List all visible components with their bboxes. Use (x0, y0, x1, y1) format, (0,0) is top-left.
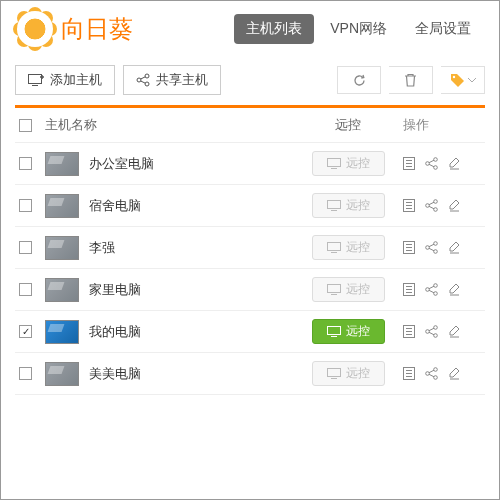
svg-line-20 (429, 164, 434, 167)
svg-line-43 (429, 244, 434, 247)
share-icon[interactable] (425, 367, 438, 380)
svg-point-41 (434, 242, 438, 246)
share-host-button[interactable]: 共享主机 (123, 65, 221, 95)
host-thumbnail (45, 194, 79, 218)
row-checkbox[interactable] (19, 367, 32, 380)
svg-point-5 (145, 74, 149, 78)
table-row[interactable]: 家里电脑远控 (15, 269, 485, 311)
tag-icon (450, 73, 465, 88)
host-thumbnail (45, 152, 79, 176)
svg-point-53 (434, 284, 438, 288)
row-checkbox[interactable] (19, 199, 32, 212)
monitor-icon (327, 158, 341, 169)
row-checkbox[interactable] (19, 157, 32, 170)
remote-control-button: 远控 (312, 193, 385, 218)
svg-point-9 (452, 75, 454, 77)
remote-control-button: 远控 (312, 277, 385, 302)
nav-settings[interactable]: 全局设置 (403, 14, 483, 44)
remote-label: 远控 (346, 197, 370, 214)
select-all-checkbox[interactable] (19, 119, 32, 132)
host-thumbnail (45, 320, 79, 344)
table-row[interactable]: 宿舍电脑远控 (15, 185, 485, 227)
details-icon[interactable] (403, 199, 415, 212)
svg-point-6 (145, 82, 149, 86)
svg-line-31 (429, 202, 434, 205)
share-icon[interactable] (425, 241, 438, 254)
monitor-icon (327, 368, 341, 379)
remote-control-button[interactable]: 远控 (312, 319, 385, 344)
col-remote-header: 远控 (335, 116, 361, 134)
svg-line-68 (429, 332, 434, 335)
settings-icon[interactable] (448, 241, 461, 254)
remote-label: 远控 (346, 365, 370, 382)
col-ops-header: 操作 (403, 116, 429, 134)
svg-point-77 (434, 368, 438, 372)
svg-point-42 (434, 250, 438, 254)
refresh-icon (352, 73, 367, 88)
monitor-icon (327, 200, 341, 211)
delete-button[interactable] (389, 66, 433, 94)
settings-icon[interactable] (448, 199, 461, 212)
share-icon[interactable] (425, 325, 438, 338)
svg-rect-34 (327, 243, 340, 251)
row-checkbox[interactable] (19, 283, 32, 296)
svg-point-52 (426, 288, 430, 292)
svg-point-65 (434, 326, 438, 330)
details-icon[interactable] (403, 367, 415, 380)
toolbar: 添加主机 共享主机 (1, 55, 499, 105)
remote-label: 远控 (346, 323, 370, 340)
share-icon[interactable] (425, 283, 438, 296)
table-row[interactable]: 办公室电脑远控 (15, 143, 485, 185)
table-header: 主机名称 远控 操作 (15, 108, 485, 143)
share-icon[interactable] (425, 199, 438, 212)
monitor-icon (327, 284, 341, 295)
details-icon[interactable] (403, 241, 415, 254)
remote-control-button: 远控 (312, 361, 385, 386)
svg-rect-0 (29, 75, 42, 84)
svg-line-7 (141, 77, 146, 79)
row-checkbox[interactable] (19, 241, 32, 254)
svg-point-66 (434, 334, 438, 338)
settings-icon[interactable] (448, 367, 461, 380)
table-row[interactable]: ✓我的电脑远控 (15, 311, 485, 353)
remote-control-button: 远控 (312, 151, 385, 176)
details-icon[interactable] (403, 283, 415, 296)
remote-label: 远控 (346, 155, 370, 172)
details-icon[interactable] (403, 157, 415, 170)
nav-vpn[interactable]: VPN网络 (318, 14, 399, 44)
svg-line-44 (429, 248, 434, 251)
svg-point-29 (434, 200, 438, 204)
app-window: 向日葵 主机列表 VPN网络 全局设置 添加主机 共享主机 (0, 0, 500, 500)
share-host-label: 共享主机 (156, 71, 208, 89)
monitor-plus-icon (28, 74, 44, 86)
add-host-button[interactable]: 添加主机 (15, 65, 115, 95)
nav-hosts[interactable]: 主机列表 (234, 14, 314, 44)
svg-point-17 (434, 158, 438, 162)
host-name: 办公室电脑 (89, 155, 154, 173)
share-icon[interactable] (425, 157, 438, 170)
host-thumbnail (45, 278, 79, 302)
svg-line-67 (429, 328, 434, 331)
svg-point-40 (426, 246, 430, 250)
app-title: 向日葵 (61, 13, 133, 45)
row-checkbox[interactable]: ✓ (19, 325, 32, 338)
svg-point-28 (426, 204, 430, 208)
svg-line-32 (429, 206, 434, 209)
svg-point-4 (137, 78, 141, 82)
tag-button[interactable] (441, 66, 485, 94)
host-table: 主机名称 远控 操作 办公室电脑远控宿舍电脑远控李强远控家里电脑远控✓我的电脑远… (1, 108, 499, 499)
refresh-button[interactable] (337, 66, 381, 94)
host-name: 家里电脑 (89, 281, 141, 299)
chevron-down-icon (468, 78, 476, 83)
svg-point-64 (426, 330, 430, 334)
host-name: 我的电脑 (89, 323, 141, 341)
table-row[interactable]: 美美电脑远控 (15, 353, 485, 395)
settings-icon[interactable] (448, 325, 461, 338)
table-row[interactable]: 李强远控 (15, 227, 485, 269)
header: 向日葵 主机列表 VPN网络 全局设置 (1, 1, 499, 55)
svg-line-56 (429, 290, 434, 293)
details-icon[interactable] (403, 325, 415, 338)
settings-icon[interactable] (448, 157, 461, 170)
settings-icon[interactable] (448, 283, 461, 296)
share-icon (136, 73, 150, 87)
